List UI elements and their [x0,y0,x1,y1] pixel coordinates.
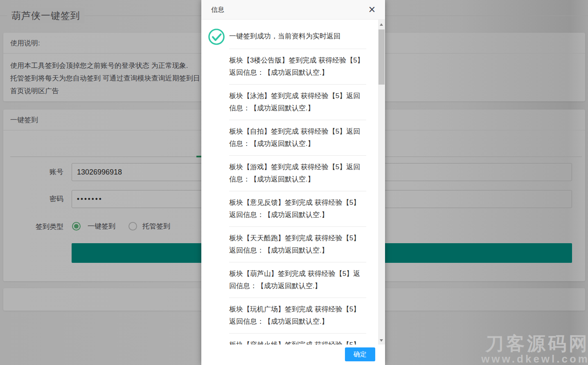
message-text: 板块【意见反馈】签到完成 获得经验【5】返回信息：【成功返回默认空.】 [229,199,360,219]
usage-line-2: 托管签到将每天为您自动签到 可通过查询模块查询近期签到日 [10,72,198,85]
radio-one-key-signin[interactable] [72,222,81,231]
watermark-title: 刀客源码网 [481,334,588,353]
scroll-down-icon[interactable] [378,336,385,343]
radio-hosted-signin[interactable] [128,222,137,231]
message-text: 板块【葫芦山】签到完成 获得经验【5】返回信息：【成功返回默认空.】 [229,270,360,290]
list-item: 板块【玩机广场】签到完成 获得经验【5】返回信息：【成功返回默认空.】 [229,298,366,334]
watermark-url: www.dkewl.com [481,354,588,364]
watermark: 刀客源码网 www.dkewl.com [481,334,588,364]
close-icon[interactable]: × [366,2,378,16]
usage-line-1: 使用本工具签到会顶掉您之前账号的登录状态 为正常现象. [10,59,198,72]
list-item: 板块【天天酷跑】签到完成 获得经验【5】返回信息：【成功返回默认空.】 [229,227,366,262]
list-item: 板块【穿越火线】签到完成 获得经验【5】 [229,334,366,345]
modal-header: 信息 × [201,0,385,20]
radio-hosted-signin-label[interactable]: 托管签到 [142,222,170,231]
page-title: 葫芦侠一键签到 [7,8,84,23]
message-text: 板块【天天酷跑】签到完成 获得经验【5】返回信息：【成功返回默认空.】 [229,234,360,254]
success-check-icon [208,28,225,45]
modal-title: 信息 [211,0,224,20]
modal-message-list: 一键签到成功，当前资料为实时返回 板块【3楼公告版】签到完成 获得经验【5】返回… [201,20,378,345]
list-item: 板块【游戏】签到完成 获得经验【5】返回信息：【成功返回默认空.】 [229,156,366,191]
list-item: 板块【3楼公告版】签到完成 获得经验【5】返回信息：【成功返回默认空.】 [229,49,366,85]
modal-footer: 确定 [201,345,385,365]
account-label: 账号 [14,167,63,177]
password-label: 密码 [14,194,63,204]
message-text: 板块【自拍】签到完成 获得经验【5】返回信息：【成功返回默认空.】 [229,128,360,148]
scroll-up-icon[interactable] [378,21,385,28]
signin-type-label: 签到类型 [14,222,63,232]
scrollbar-track[interactable] [378,20,385,345]
message-text: 板块【游戏】签到完成 获得经验【5】返回信息：【成功返回默认空.】 [229,163,360,183]
message-text: 板块【穿越火线】签到完成 获得经验【5】 [229,341,360,345]
usage-text: 使用本工具签到会顶掉您之前账号的登录状态 为正常现象. 托管签到将每天为您自动签… [10,59,198,97]
message-text: 板块【泳池】签到完成 获得经验【5】返回信息：【成功返回默认空.】 [229,92,360,112]
page: 葫芦侠一键签到 使用说明: 使用本工具签到会顶掉您之前账号的登录状态 为正常现象… [0,0,588,365]
list-item: 板块【自拍】签到完成 获得经验【5】返回信息：【成功返回默认空.】 [229,120,366,156]
usage-line-3: 首页说明区广告 [10,85,198,97]
message-text: 板块【玩机广场】签到完成 获得经验【5】返回信息：【成功返回默认空.】 [229,305,360,325]
list-item: 板块【意见反馈】签到完成 获得经验【5】返回信息：【成功返回默认空.】 [229,191,366,227]
modal-dialog: 信息 × 一键签到成功，当前资料为实时返回 板块【3楼公告版】签到完成 获得经验… [201,0,385,365]
list-item: 板块【泳池】签到完成 获得经验【5】返回信息：【成功返回默认空.】 [229,85,366,120]
list-item: 板块【葫芦山】签到完成 获得经验【5】返回信息：【成功返回默认空.】 [229,262,366,298]
radio-one-key-signin-label[interactable]: 一键签到 [88,222,115,231]
list-item: 一键签到成功，当前资料为实时返回 [229,20,366,49]
message-text: 板块【3楼公告版】签到完成 获得经验【5】返回信息：【成功返回默认空.】 [229,56,364,76]
message-text: 一键签到成功，当前资料为实时返回 [229,32,340,40]
scrollbar-thumb[interactable] [378,29,385,85]
confirm-button[interactable]: 确定 [345,347,375,361]
